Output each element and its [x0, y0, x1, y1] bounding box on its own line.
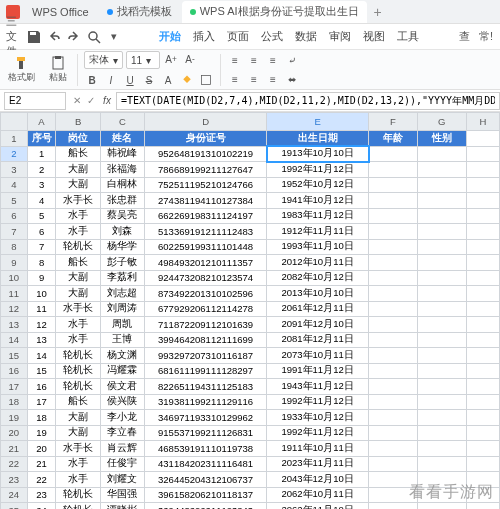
row-header[interactable]: 25 [1, 503, 28, 510]
increase-font-icon[interactable]: A+ [163, 51, 179, 67]
table-row[interactable]: 13 12水手周凯 7118722091121016392091年12月10日 [1, 317, 500, 333]
dropdown-icon[interactable]: ▾ [106, 29, 122, 45]
row-header[interactable]: 15 [1, 348, 28, 364]
row-header[interactable]: 12 [1, 301, 28, 317]
row-header[interactable]: 21 [1, 441, 28, 457]
row-header[interactable]: 23 [1, 472, 28, 488]
align-right-icon[interactable]: ≡ [265, 71, 281, 87]
table-row[interactable]: 21 20水手长肖云辉 4685391911101197381911年10月11… [1, 441, 500, 457]
name-box[interactable] [4, 92, 66, 110]
table-row[interactable]: 2 1船长韩祝峰 9526481913101022191913年10月10日 [1, 146, 500, 162]
table-row[interactable]: 6 5水手蔡吴亮 6622691983111241971983年11月12日 [1, 208, 500, 224]
row-header[interactable]: 13 [1, 317, 28, 333]
table-row[interactable]: 16 15轮机长冯耀霖 6816111991111282971991年11月12… [1, 363, 500, 379]
wrap-text-icon[interactable]: ⤶ [284, 52, 300, 68]
table-row[interactable]: 3 2大副张福海 7866891992111276471992年11月12日 [1, 162, 500, 178]
font-color-button[interactable]: A [160, 72, 176, 88]
table-row[interactable]: 15 14轮机长杨文渊 9932972073101161872073年10月11… [1, 348, 500, 364]
col-header[interactable]: C [100, 113, 144, 131]
select-all-corner[interactable] [1, 113, 28, 131]
row-header[interactable]: 14 [1, 332, 28, 348]
ribbon-tab-tools[interactable]: 工具 [391, 29, 425, 44]
table-row[interactable]: 19 18大副李小龙 3469711933101299621933年10月12日 [1, 410, 500, 426]
row-header[interactable]: 2 [1, 146, 28, 162]
row-header[interactable]: 8 [1, 239, 28, 255]
file-menu[interactable]: 三 文件 [6, 29, 22, 45]
row-header[interactable]: 11 [1, 286, 28, 302]
border-button[interactable] [198, 72, 214, 88]
underline-button[interactable]: U [122, 72, 138, 88]
table-row[interactable]: 18 17船长侯兴陕 3193811992111291161992年11月12日 [1, 394, 500, 410]
row-header[interactable]: 4 [1, 177, 28, 193]
col-header[interactable]: G [417, 113, 466, 131]
paste-button[interactable]: 粘贴 [45, 53, 71, 86]
save-icon[interactable] [26, 29, 42, 45]
table-row[interactable]: 17 16轮机长侯文君 8226511943111251831943年11月12… [1, 379, 500, 395]
align-top-icon[interactable]: ≡ [227, 52, 243, 68]
ribbon-tab-data[interactable]: 数据 [289, 29, 323, 44]
align-left-icon[interactable]: ≡ [227, 71, 243, 87]
row-header[interactable]: 6 [1, 208, 28, 224]
row-header[interactable]: 17 [1, 379, 28, 395]
fx-icon[interactable]: fx [98, 95, 116, 106]
strike-button[interactable]: S [141, 72, 157, 88]
row-header[interactable]: 16 [1, 363, 28, 379]
search-shortcut[interactable]: 查 [456, 29, 472, 45]
col-header[interactable]: A [27, 113, 56, 131]
title-tab-document[interactable]: WPS AI根据身份证号提取出生日 [182, 1, 367, 23]
format-painter-button[interactable]: 格式刷 [4, 53, 39, 86]
table-row[interactable]: 14 13水手王博 3994642081121116992081年12月11日 [1, 332, 500, 348]
col-header[interactable]: D [145, 113, 267, 131]
title-tab-template[interactable]: 找稻壳模板 [99, 1, 180, 23]
bold-button[interactable]: B [84, 72, 100, 88]
row-header[interactable]: 7 [1, 224, 28, 240]
row-header[interactable]: 20 [1, 425, 28, 441]
undo-icon[interactable] [46, 29, 62, 45]
fill-color-button[interactable] [179, 72, 195, 88]
align-middle-icon[interactable]: ≡ [246, 52, 262, 68]
row-header[interactable]: 1 [1, 131, 28, 147]
row-header[interactable]: 5 [1, 193, 28, 209]
table-row[interactable]: 9 8船长彭子敏 4984932012101113572012年10月11日 [1, 255, 500, 271]
table-row[interactable]: 25 24轮机长谭晓彬 3294482062111038432062年11月10… [1, 503, 500, 510]
col-header[interactable]: B [56, 113, 100, 131]
table-header-row[interactable]: 1 序号 岗位 姓名 身份证号 出生日期 年龄 性别 [1, 131, 500, 147]
col-header[interactable]: H [466, 113, 499, 131]
formula-input[interactable] [116, 92, 500, 110]
table-row[interactable]: 4 3大副白桐林 7525111952101247661952年10月12日 [1, 177, 500, 193]
table-row[interactable]: 10 9大副李荔利 9244732082101235742082年10月12日 [1, 270, 500, 286]
row-header[interactable]: 19 [1, 410, 28, 426]
table-row[interactable]: 8 7轮机长杨华学 6022591993111014481993年11月10日 [1, 239, 500, 255]
merge-cells-icon[interactable]: ⬌ [284, 71, 300, 87]
redo-icon[interactable] [66, 29, 82, 45]
col-header[interactable]: E [267, 113, 369, 131]
row-header[interactable]: 18 [1, 394, 28, 410]
table-row[interactable]: 7 6水手刘森 5133691912111124831912年11月11日 [1, 224, 500, 240]
font-select[interactable]: 宋体▾ [84, 51, 123, 69]
search-icon[interactable] [86, 29, 102, 45]
ribbon-tab-insert[interactable]: 插入 [187, 29, 221, 44]
table-row[interactable]: 20 19大副李立春 9155371992111268311992年11月12日 [1, 425, 500, 441]
col-header[interactable]: F [369, 113, 418, 131]
table-row[interactable]: 22 21水手任俊宇 4311842023111164812023年11月11日 [1, 456, 500, 472]
row-header[interactable]: 24 [1, 487, 28, 503]
italic-button[interactable]: I [103, 72, 119, 88]
align-center-icon[interactable]: ≡ [246, 71, 262, 87]
ribbon-tab-review[interactable]: 审阅 [323, 29, 357, 44]
table-row[interactable]: 5 4水手长张忠群 2743811941101273841941年10月12日 [1, 193, 500, 209]
ribbon-tab-view[interactable]: 视图 [357, 29, 391, 44]
font-size-select[interactable]: 11▾ [126, 51, 160, 69]
align-bottom-icon[interactable]: ≡ [265, 52, 281, 68]
spreadsheet-grid[interactable]: A B C D E F G H 1 序号 岗位 姓名 身份证号 出生日期 [0, 112, 500, 509]
decrease-font-icon[interactable]: A- [182, 51, 198, 67]
accept-formula-icon[interactable]: ✓ [84, 95, 98, 106]
row-header[interactable]: 3 [1, 162, 28, 178]
ribbon-tab-page[interactable]: 页面 [221, 29, 255, 44]
table-row[interactable]: 11 10大副刘志超 8734922013101025962013年10月10日 [1, 286, 500, 302]
cancel-formula-icon[interactable]: ✕ [70, 95, 84, 106]
title-tab-wps[interactable]: WPS Office [24, 1, 97, 23]
options-shortcut[interactable]: 常! [478, 29, 494, 45]
new-tab-button[interactable]: + [369, 4, 387, 20]
table-row[interactable]: 12 11水手长刘周涛 6779292061121142782061年12月11… [1, 301, 500, 317]
ribbon-tab-start[interactable]: 开始 [153, 29, 187, 44]
